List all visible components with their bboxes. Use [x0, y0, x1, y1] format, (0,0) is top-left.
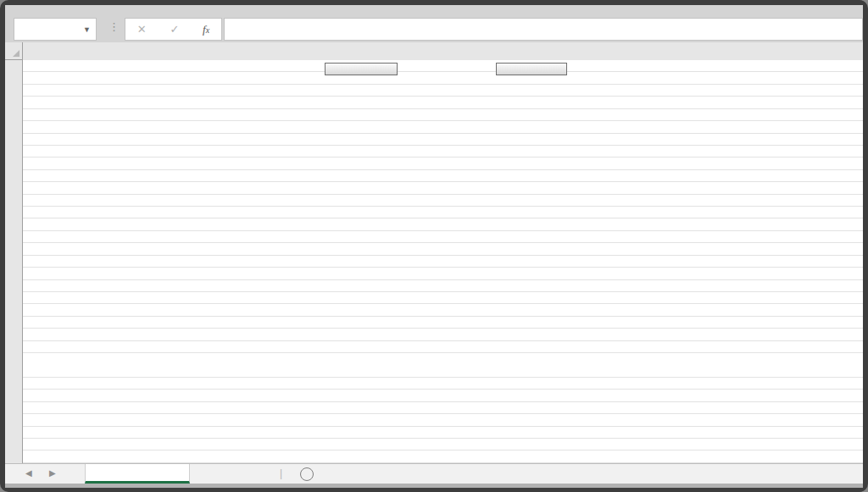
tab-report-sync[interactable] [85, 464, 190, 484]
stage: ▼ ⋮ ✕ ✓ fx [5, 5, 863, 488]
select-all-corner[interactable] [5, 42, 23, 60]
name-box[interactable]: ▼ [14, 18, 97, 41]
tab-divider: | [280, 467, 282, 479]
screenshot-frame: ▼ ⋮ ✕ ✓ fx [0, 0, 868, 492]
formula-input[interactable] [224, 18, 863, 41]
horizontal-scrollbar[interactable] [5, 484, 863, 488]
confirm-icon[interactable]: ✓ [170, 23, 179, 36]
gridlines-horizontal [23, 60, 863, 463]
formula-toolbar: ▼ ⋮ ✕ ✓ fx [5, 5, 863, 42]
column-header-strip [23, 42, 863, 61]
row-header-strip [5, 60, 23, 463]
import-csv-button[interactable] [325, 63, 398, 75]
chevron-down-icon[interactable]: ▼ [83, 25, 91, 34]
formula-buttons: ✕ ✓ fx [125, 18, 222, 41]
cancel-icon[interactable]: ✕ [137, 23, 147, 36]
tab-nav-left-icon[interactable]: ◀ [25, 468, 32, 478]
spreadsheet-app: ▼ ⋮ ✕ ✓ fx [5, 5, 863, 488]
toolbar-separator-dots-icon: ⋮ [108, 20, 120, 33]
fx-icon[interactable]: fx [203, 23, 209, 36]
import-banner [23, 60, 863, 97]
sheet-tab-strip: ◀ ▶ | [5, 463, 863, 484]
tab-instructions[interactable] [193, 464, 271, 484]
add-sheet-button[interactable] [300, 467, 314, 481]
tab-nav-right-icon[interactable]: ▶ [49, 468, 56, 478]
reset-form-button[interactable] [496, 63, 567, 75]
